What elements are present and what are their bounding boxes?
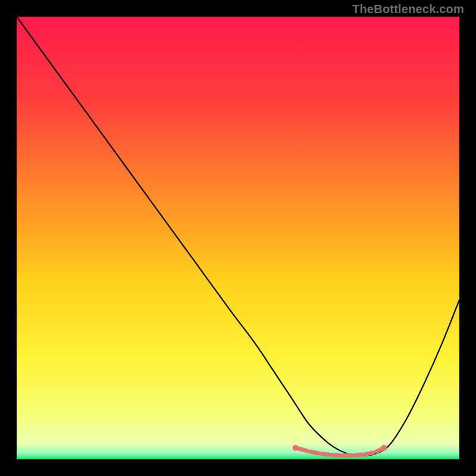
plot-area xyxy=(17,17,459,459)
gradient-background xyxy=(17,17,459,459)
highlight-segment xyxy=(333,455,340,456)
highlight-segment xyxy=(322,454,330,455)
bottleneck-chart xyxy=(17,17,459,459)
highlight-segment xyxy=(366,453,374,455)
attribution-text: TheBottleneck.com xyxy=(352,2,464,16)
highlight-end-dot xyxy=(381,445,387,451)
highlight-segment xyxy=(298,448,308,450)
highlight-end-dot xyxy=(293,445,299,451)
chart-frame: TheBottleneck.com xyxy=(0,0,476,476)
highlight-segment xyxy=(311,452,318,453)
highlight-segment xyxy=(355,455,362,455)
